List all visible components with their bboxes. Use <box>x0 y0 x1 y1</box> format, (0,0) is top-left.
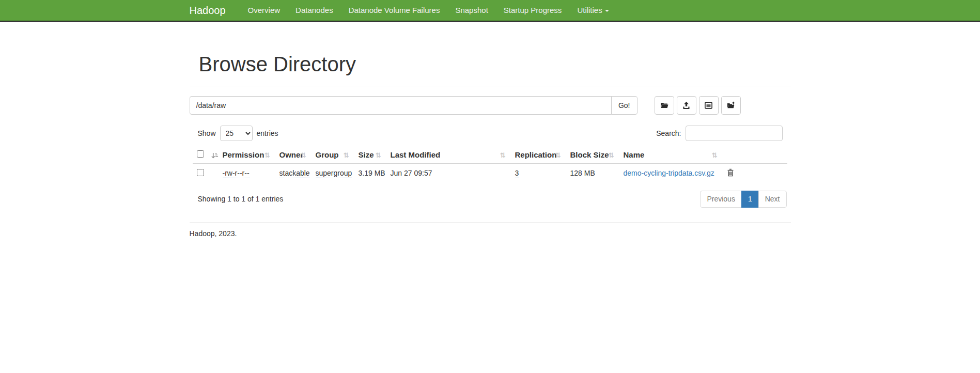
column-label: Owner <box>279 150 304 159</box>
table-info: Showing 1 to 1 of 1 entries <box>198 195 284 203</box>
group-cell[interactable]: supergroup <box>316 169 352 178</box>
block-size-cell: 128 MB <box>566 163 619 182</box>
column-header-size[interactable]: Size⇅ <box>354 147 386 163</box>
column-header-block-size[interactable]: Block Size⇅ <box>566 147 619 163</box>
create-directory-button[interactable] <box>655 96 674 115</box>
column-label: Group <box>316 150 339 159</box>
nav-item-overview[interactable]: Overview <box>240 0 288 21</box>
permission-cell[interactable]: -rw-r--r-- <box>223 169 250 178</box>
column-label: Last Modified <box>391 150 441 159</box>
pagination-next[interactable]: Next <box>758 191 787 208</box>
column-header-select <box>193 147 219 163</box>
pagination-previous[interactable]: Previous <box>700 191 741 208</box>
folder-upload-icon <box>726 101 736 110</box>
column-header-group[interactable]: Group⇅ <box>312 147 354 163</box>
table-row: -rw-r--r-- stackable supergroup 3.19 MB … <box>193 163 787 182</box>
page-length-control: Show 25 entries <box>198 126 278 141</box>
pagination: Previous 1 Next <box>700 191 786 208</box>
file-table: Permission⇅ Owner⇅ Group⇅ Size⇅ Last Mod… <box>193 147 787 182</box>
file-link[interactable]: demo-cycling-tripdata.csv.gz <box>624 169 714 177</box>
caret-down-icon <box>605 10 609 12</box>
column-header-permission[interactable]: Permission⇅ <box>219 147 275 163</box>
sort-toggle-icon[interactable]: ⇅ <box>609 151 614 159</box>
show-label: Show <box>198 129 216 137</box>
search-input[interactable] <box>686 126 783 141</box>
column-header-last-modified[interactable]: Last Modified⇅ <box>386 147 511 163</box>
set-quota-button[interactable] <box>699 96 719 115</box>
sort-amount-icon[interactable] <box>211 152 219 160</box>
page-header: Browse Directory <box>190 52 791 86</box>
footer-divider <box>190 222 791 223</box>
nav-item-startup-progress[interactable]: Startup Progress <box>496 0 570 21</box>
table-footer: Showing 1 to 1 of 1 entries Previous 1 N… <box>190 191 791 208</box>
table-controls: Show 25 entries Search: <box>190 126 791 141</box>
brand-label: Hadoop <box>190 5 226 16</box>
trash-icon <box>727 168 734 177</box>
column-header-name[interactable]: Name⇅ <box>619 147 723 163</box>
last-modified-cell: Jun 27 09:57 <box>386 163 511 182</box>
nav-menu: Overview Datanodes Datanode Volume Failu… <box>240 0 617 21</box>
page-title: Browse Directory <box>199 52 791 76</box>
path-input-group: Go! <box>190 96 637 115</box>
footer-text: Hadoop, 2023. <box>190 229 791 238</box>
go-button[interactable]: Go! <box>611 96 637 115</box>
sort-toggle-icon[interactable]: ⇅ <box>265 151 270 159</box>
snapshot-directory-button[interactable] <box>721 96 741 115</box>
column-label: Name <box>624 150 645 159</box>
column-label: Replication <box>515 150 557 159</box>
column-header-actions <box>723 147 787 163</box>
explorer-toolbar <box>655 96 741 115</box>
column-label: Permission <box>223 150 265 159</box>
folder-open-icon <box>660 101 669 110</box>
nav-item-snapshot[interactable]: Snapshot <box>447 0 495 21</box>
row-checkbox[interactable] <box>197 169 204 176</box>
delete-button[interactable] <box>727 168 734 177</box>
nav-item-datanode-volume-failures[interactable]: Datanode Volume Failures <box>341 0 448 21</box>
search-control: Search: <box>656 126 782 141</box>
size-cell: 3.19 MB <box>354 163 386 182</box>
search-label: Search: <box>656 129 681 137</box>
path-form: Go! <box>190 96 791 115</box>
utilities-label: Utilities <box>577 6 602 14</box>
path-input[interactable] <box>190 96 612 115</box>
column-header-replication[interactable]: Replication⇅ <box>511 147 566 163</box>
sort-toggle-icon[interactable]: ⇅ <box>344 151 349 159</box>
pagination-page-1[interactable]: 1 <box>741 191 759 208</box>
sort-toggle-icon[interactable]: ⇅ <box>301 151 306 159</box>
sort-toggle-icon[interactable]: ⇅ <box>555 151 561 159</box>
nav-item-utilities[interactable]: Utilities <box>569 0 616 21</box>
column-label: Block Size <box>570 150 609 159</box>
list-icon <box>704 101 713 110</box>
table-header-row: Permission⇅ Owner⇅ Group⇅ Size⇅ Last Mod… <box>193 147 787 163</box>
sort-toggle-icon[interactable]: ⇅ <box>376 151 381 159</box>
column-label: Size <box>359 150 374 159</box>
owner-cell[interactable]: stackable <box>279 169 310 178</box>
entries-label: entries <box>257 129 278 137</box>
nav-item-datanodes[interactable]: Datanodes <box>288 0 341 21</box>
upload-file-button[interactable] <box>677 96 696 115</box>
sort-toggle-icon[interactable]: ⇅ <box>500 151 506 159</box>
navbar: Hadoop Overview Datanodes Datanode Volum… <box>0 0 980 22</box>
upload-icon <box>682 101 691 110</box>
sort-toggle-icon[interactable]: ⇅ <box>712 151 718 159</box>
page-length-select[interactable]: 25 <box>220 126 253 141</box>
column-header-owner[interactable]: Owner⇅ <box>275 147 312 163</box>
replication-cell[interactable]: 3 <box>515 169 519 178</box>
brand-hadoop[interactable]: Hadoop <box>190 5 226 17</box>
select-all-checkbox[interactable] <box>197 150 204 158</box>
